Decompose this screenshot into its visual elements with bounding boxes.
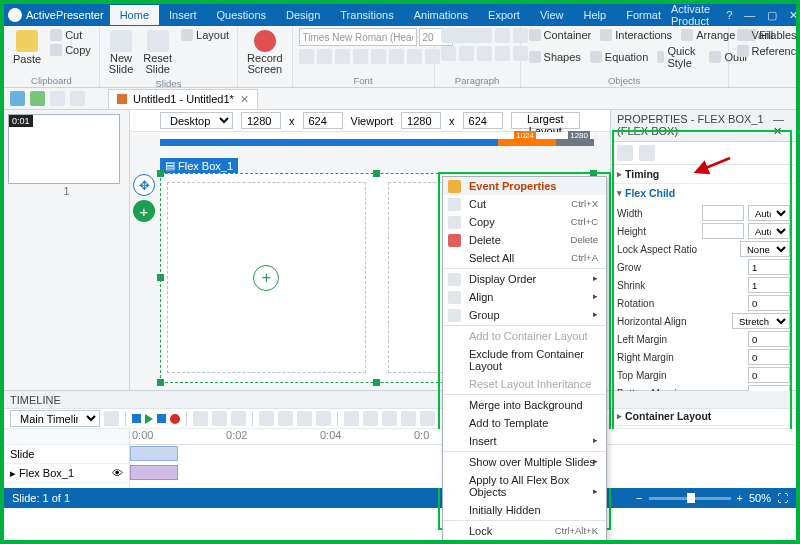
font-name-select[interactable]: [299, 28, 417, 46]
zoomin-icon[interactable]: [212, 411, 227, 426]
shrink-input[interactable]: [748, 277, 790, 293]
tab-transitions[interactable]: Transitions: [330, 5, 403, 25]
stop-icon[interactable]: [132, 414, 141, 423]
menu-show-multi[interactable]: Show over Multiple Slides▸: [443, 453, 606, 471]
record-screen-button[interactable]: Record Screen: [244, 28, 285, 77]
italic-icon[interactable]: [317, 49, 332, 64]
undo-icon[interactable]: [10, 91, 25, 106]
menu-copy[interactable]: CopyCtrl+C: [443, 213, 606, 231]
tl-tool-icon[interactable]: [297, 411, 312, 426]
largest-layout-button[interactable]: Largest Layout: [511, 112, 580, 129]
prop-tab-icon[interactable]: [617, 145, 633, 161]
indent-inc-icon[interactable]: [495, 28, 510, 43]
group-timing[interactable]: Timing: [611, 165, 796, 183]
layout-button[interactable]: Layout: [179, 28, 231, 42]
tl-tool-icon[interactable]: [401, 411, 416, 426]
zoom-fit-icon[interactable]: ⛶: [777, 492, 788, 504]
menu-insert[interactable]: Insert▸: [443, 432, 606, 450]
zoom-slider[interactable]: [649, 497, 731, 500]
menu-event-properties[interactable]: Event Properties: [443, 177, 606, 195]
copy-button[interactable]: Copy: [48, 43, 93, 57]
help-icon[interactable]: ?: [720, 7, 738, 23]
paste-button[interactable]: Paste: [10, 28, 44, 67]
grow-input[interactable]: [748, 259, 790, 275]
reference-button[interactable]: Reference: [735, 44, 800, 58]
underline-icon[interactable]: [335, 49, 350, 64]
tl-tool-icon[interactable]: [278, 411, 293, 426]
flexbox-label[interactable]: ▤Flex Box_1: [160, 158, 238, 173]
zoom-out-icon[interactable]: −: [636, 492, 642, 504]
menu-initially-hidden[interactable]: Initially Hidden: [443, 501, 606, 519]
viewport-height[interactable]: [463, 112, 503, 129]
redo2-icon[interactable]: [70, 91, 85, 106]
indent-dec-icon[interactable]: [477, 28, 492, 43]
add-cell-icon[interactable]: +: [253, 265, 279, 291]
canvas-width[interactable]: [241, 112, 281, 129]
cut-button[interactable]: Cut: [48, 28, 93, 42]
interactions-button[interactable]: Interactions: [598, 28, 674, 42]
device-select[interactable]: Desktop: [160, 112, 233, 129]
strike-icon[interactable]: [353, 49, 368, 64]
menu-delete[interactable]: DeleteDelete: [443, 231, 606, 249]
new-slide-button[interactable]: New Slide: [106, 28, 136, 77]
menu-cut[interactable]: CutCtrl+X: [443, 195, 606, 213]
tab-home[interactable]: Home: [110, 5, 159, 25]
quickstyle-button[interactable]: Quick Style: [655, 44, 702, 70]
tab-insert[interactable]: Insert: [159, 5, 207, 25]
slide-thumbnail[interactable]: 0:01: [8, 114, 120, 184]
close-doc-icon[interactable]: ✕: [240, 93, 249, 106]
fontcolor-icon[interactable]: [407, 49, 422, 64]
width-unit[interactable]: Auto: [748, 205, 790, 221]
container-button[interactable]: Container: [527, 28, 594, 42]
height-unit[interactable]: Auto: [748, 223, 790, 239]
menu-exclude-container[interactable]: Exclude from Container Layout: [443, 345, 606, 375]
menu-group[interactable]: Group▸: [443, 306, 606, 324]
add-child-icon[interactable]: +: [133, 200, 155, 222]
align-center-icon[interactable]: [459, 46, 474, 61]
move-handle-icon[interactable]: ✥: [133, 174, 155, 196]
tab-design[interactable]: Design: [276, 5, 330, 25]
record-icon[interactable]: [170, 414, 180, 424]
tab-animations[interactable]: Animations: [404, 5, 478, 25]
top-margin-input[interactable]: [748, 367, 790, 383]
tl-tool-icon[interactable]: [382, 411, 397, 426]
sub-icon[interactable]: [389, 49, 404, 64]
document-tab[interactable]: Untitled1 - Untitled1* ✕: [108, 89, 258, 109]
align-justify-icon[interactable]: [495, 46, 510, 61]
super-icon[interactable]: [371, 49, 386, 64]
height-input[interactable]: [702, 223, 744, 239]
menu-add-template[interactable]: Add to Template: [443, 414, 606, 432]
canvas-height[interactable]: [303, 112, 343, 129]
tab-help[interactable]: Help: [574, 5, 617, 25]
numbering-icon[interactable]: [459, 28, 474, 43]
tl-tool-icon[interactable]: [316, 411, 331, 426]
activate-link[interactable]: Activate Product: [671, 3, 710, 27]
tl-tool-icon[interactable]: [344, 411, 359, 426]
bullets-icon[interactable]: [441, 28, 456, 43]
right-margin-input[interactable]: [748, 349, 790, 365]
flexbox-clip[interactable]: [130, 465, 178, 480]
redo-icon[interactable]: [50, 91, 65, 106]
align-left-icon[interactable]: [441, 46, 456, 61]
bold-icon[interactable]: [299, 49, 314, 64]
tl-tool-icon[interactable]: [363, 411, 378, 426]
zoomout-icon[interactable]: [193, 411, 208, 426]
menu-merge-bg[interactable]: Merge into Background: [443, 396, 606, 414]
menu-lock[interactable]: LockCtrl+Alt+K: [443, 522, 606, 540]
play-icon[interactable]: [145, 414, 153, 424]
shapes-button[interactable]: Shapes: [527, 44, 583, 70]
menu-apply-all[interactable]: Apply to All Flex Box Objects▸: [443, 471, 606, 501]
tab-questions[interactable]: Questions: [207, 5, 277, 25]
prop-tab-icon[interactable]: [639, 145, 655, 161]
tl-tool-icon[interactable]: [259, 411, 274, 426]
menu-select-all[interactable]: Select AllCtrl+A: [443, 249, 606, 267]
width-input[interactable]: [702, 205, 744, 221]
left-margin-input[interactable]: [748, 331, 790, 347]
pause-icon[interactable]: [157, 414, 166, 423]
menu-display-order[interactable]: Display Order▸: [443, 270, 606, 288]
tl-tool-icon[interactable]: [420, 411, 435, 426]
halign-select[interactable]: Stretch: [732, 313, 790, 329]
slide-clip[interactable]: [130, 446, 178, 461]
viewport-width[interactable]: [401, 112, 441, 129]
minimize-icon[interactable]: —: [738, 7, 761, 23]
